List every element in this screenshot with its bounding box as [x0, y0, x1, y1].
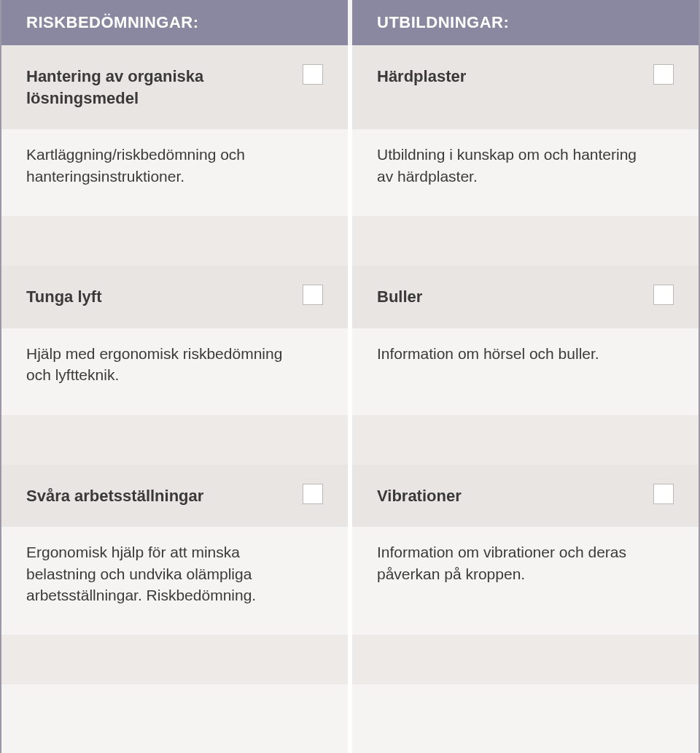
- spacer-cell: [352, 415, 699, 465]
- title-row-1: Hantering av organiska lösningsmedel Här…: [1, 45, 699, 129]
- spacer-row-3: [1, 635, 699, 684]
- cell-right-title-1: Härdplaster: [352, 45, 699, 129]
- checkbox[interactable]: [653, 64, 674, 85]
- item-desc: Kartläggning/riskbedömning och hantering…: [26, 144, 299, 187]
- cell-left-desc-2: Hjälp med ergonomisk riskbedömning och l…: [1, 328, 352, 415]
- checkbox[interactable]: [303, 484, 323, 504]
- item-title: Svåra arbetsställningar: [26, 485, 279, 507]
- item-desc: Ergonomisk hjälp för att minska belastni…: [26, 541, 299, 606]
- cell-right-title-2: Buller: [352, 266, 699, 328]
- bottom-spacer: [1, 684, 699, 753]
- header-right: UTBILDNINGAR:: [352, 0, 699, 45]
- item-title: Hantering av organiska lösningsmedel: [26, 66, 279, 109]
- desc-row-3: Ergonomisk hjälp för att minska belastni…: [1, 527, 699, 635]
- item-desc: Utbildning i kunskap om och hantering av…: [377, 144, 650, 187]
- desc-row-1: Kartläggning/riskbedömning och hantering…: [1, 129, 699, 216]
- item-desc: Information om vibrationer och deras påv…: [377, 541, 650, 584]
- spacer-cell: [1, 415, 352, 465]
- item-title: Vibrationer: [377, 485, 629, 507]
- spacer-cell: [1, 684, 352, 753]
- title-row-3: Svåra arbetsställningar Vibrationer: [1, 465, 699, 528]
- checkbox[interactable]: [653, 484, 674, 504]
- title-row-2: Tunga lyft Buller: [1, 266, 699, 328]
- checkbox[interactable]: [653, 285, 674, 305]
- desc-row-2: Hjälp med ergonomisk riskbedömning och l…: [1, 328, 699, 415]
- header-row: RISKBEDÖMNINGAR: UTBILDNINGAR:: [1, 0, 699, 45]
- item-title: Härdplaster: [377, 66, 629, 88]
- spacer-cell: [1, 635, 352, 684]
- cell-left-title-1: Hantering av organiska lösningsmedel: [1, 45, 352, 129]
- item-desc: Hjälp med ergonomisk riskbedömning och l…: [26, 343, 299, 386]
- spacer-cell: [1, 216, 352, 266]
- page-container: RISKBEDÖMNINGAR: UTBILDNINGAR: Hantering…: [0, 0, 700, 753]
- item-title: Buller: [377, 286, 629, 308]
- checkbox[interactable]: [303, 285, 323, 305]
- checkbox[interactable]: [303, 64, 323, 85]
- spacer-cell: [352, 216, 699, 266]
- item-desc: Information om hörsel och buller.: [377, 343, 650, 364]
- spacer-row-2: [1, 415, 699, 465]
- cell-right-desc-3: Information om vibrationer och deras påv…: [352, 527, 699, 635]
- cell-left-desc-3: Ergonomisk hjälp för att minska belastni…: [1, 527, 352, 635]
- cell-left-desc-1: Kartläggning/riskbedömning och hantering…: [1, 129, 352, 216]
- header-left: RISKBEDÖMNINGAR:: [1, 0, 352, 45]
- spacer-row-1: [1, 216, 699, 266]
- cell-right-title-3: Vibrationer: [352, 465, 699, 528]
- spacer-cell: [352, 684, 699, 753]
- item-title: Tunga lyft: [26, 286, 279, 308]
- cell-left-title-2: Tunga lyft: [1, 266, 352, 328]
- cell-right-desc-1: Utbildning i kunskap om och hantering av…: [352, 129, 699, 216]
- cell-left-title-3: Svåra arbetsställningar: [1, 465, 352, 528]
- cell-right-desc-2: Information om hörsel och buller.: [352, 328, 699, 415]
- spacer-cell: [352, 635, 699, 684]
